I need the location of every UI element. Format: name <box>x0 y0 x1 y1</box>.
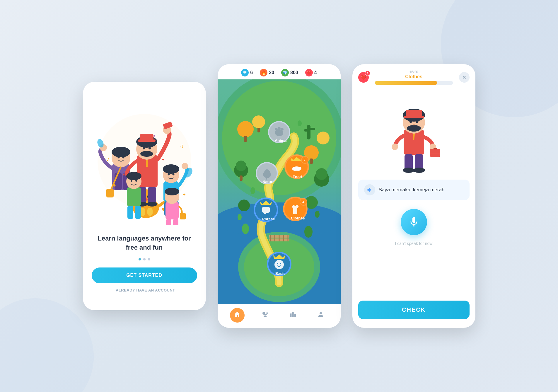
progress-bar-fill <box>375 81 437 85</box>
flame-value: 20 <box>269 70 274 75</box>
gear-icon <box>241 69 249 76</box>
svg-text:Phrase: Phrase <box>262 217 275 221</box>
get-started-button[interactable]: GET STARTED <box>92 267 197 283</box>
svg-point-152 <box>392 144 398 150</box>
heart-icon: ❤️ <box>305 69 313 76</box>
svg-point-139 <box>277 263 278 264</box>
svg-rect-33 <box>148 187 156 204</box>
leaderboard-icon <box>289 311 296 320</box>
svg-rect-9 <box>147 208 153 216</box>
login-link[interactable]: I ALREADY HAVE AN ACCOUNT <box>113 288 175 292</box>
dot-3 <box>148 258 150 260</box>
profile-icon <box>317 311 324 320</box>
svg-point-140 <box>280 263 281 264</box>
microphone-button[interactable] <box>401 209 427 235</box>
svg-point-151 <box>413 124 415 125</box>
svg-point-41 <box>182 163 188 169</box>
svg-rect-50 <box>135 206 141 219</box>
svg-text:Basic: Basic <box>275 271 286 276</box>
trophy-icon <box>262 311 269 320</box>
svg-rect-121 <box>293 167 301 170</box>
svg-point-91 <box>236 161 246 171</box>
svg-rect-82 <box>309 128 315 130</box>
svg-text:Animal: Animal <box>275 138 287 143</box>
svg-point-108 <box>281 128 284 131</box>
svg-point-106 <box>275 128 278 131</box>
stat-gear: 6 <box>241 69 253 76</box>
family-illustration: ♪ ♫ ♪ ✦ ✦ ♥ ♥ <box>95 96 194 225</box>
screen-map: 6 🔥 20 💎 800 ❤️ 4 <box>218 64 341 328</box>
svg-text:Clothes: Clothes <box>291 216 305 220</box>
svg-point-94 <box>316 168 327 180</box>
check-button[interactable]: CHECK <box>358 301 470 319</box>
exercise-sentence: Saya memakai kemeja merah <box>379 187 445 193</box>
illustration-area: ♪ ♫ ♪ ✦ ✦ ♥ ♥ <box>92 91 197 231</box>
bottom-nav <box>218 304 341 328</box>
svg-point-149 <box>416 120 418 123</box>
svg-point-148 <box>409 120 412 123</box>
svg-point-100 <box>238 214 242 220</box>
svg-point-101 <box>304 226 313 238</box>
gear-value: 6 <box>250 70 253 75</box>
screen-onboarding: ♪ ♫ ♪ ✦ ✦ ♥ ♥ Learn languages anywhere f… <box>83 82 206 310</box>
nav-trophy[interactable] <box>258 308 272 323</box>
flame-icon: 🔥 <box>260 69 267 76</box>
heart-count: 4 <box>365 71 370 76</box>
onboarding-headline: Learn languages anywhere for free and fu… <box>92 234 197 252</box>
gem-value: 800 <box>290 70 298 75</box>
svg-text:2: 2 <box>304 158 306 162</box>
speaker-button[interactable] <box>364 184 375 195</box>
page-dots <box>139 258 150 260</box>
svg-text:♪: ♪ <box>106 155 110 162</box>
svg-point-160 <box>413 168 425 173</box>
svg-text:♥: ♥ <box>122 172 124 176</box>
svg-text:♥: ♥ <box>162 158 164 162</box>
nav-profile[interactable] <box>313 308 328 323</box>
svg-point-102 <box>242 224 249 234</box>
exercise-character <box>385 92 443 174</box>
onboarding-bottom: Learn languages anywhere for free and fu… <box>92 234 197 292</box>
svg-text:Nature: Nature <box>262 180 274 184</box>
sentence-bubble: Saya memakai kemeja merah <box>358 180 470 200</box>
skip-text[interactable]: I can't speak for now <box>395 241 433 246</box>
svg-point-29 <box>140 151 153 157</box>
stat-gem: 💎 800 <box>281 69 298 76</box>
heart-value: 4 <box>314 70 317 75</box>
svg-rect-44 <box>127 187 141 206</box>
heart-badge: ❤️ 4 <box>358 72 369 83</box>
svg-rect-146 <box>406 110 422 117</box>
nav-leaderboard[interactable] <box>286 308 300 323</box>
svg-point-28 <box>149 147 151 149</box>
svg-rect-55 <box>173 219 178 225</box>
close-button[interactable]: ✕ <box>459 72 470 83</box>
svg-rect-54 <box>166 219 171 225</box>
svg-text:3: 3 <box>302 200 304 204</box>
svg-point-46 <box>126 172 141 180</box>
svg-rect-26 <box>138 139 156 142</box>
svg-rect-88 <box>310 158 313 164</box>
progress-section: 16/20 Clothes <box>375 70 453 85</box>
progress-bar <box>375 81 453 85</box>
svg-rect-51 <box>165 202 179 219</box>
svg-point-98 <box>298 120 302 126</box>
svg-text:Food: Food <box>293 175 302 179</box>
svg-point-97 <box>250 187 255 194</box>
svg-text:✦: ✦ <box>112 183 117 188</box>
progress-title-area: 16/20 Clothes <box>405 70 422 79</box>
svg-rect-81 <box>304 129 310 132</box>
svg-point-85 <box>252 115 265 128</box>
svg-rect-49 <box>127 206 133 219</box>
screen-exercise: ❤️ 4 16/20 Clothes ✕ <box>352 64 475 328</box>
svg-point-48 <box>135 180 137 182</box>
screens-container: ♪ ♫ ♪ ✦ ✦ ♥ ♥ Learn languages anywhere f… <box>83 64 475 328</box>
exercise-header: ❤️ 4 16/20 Clothes ✕ <box>352 64 475 89</box>
svg-point-89 <box>317 132 330 144</box>
svg-point-27 <box>143 147 145 149</box>
svg-point-107 <box>278 127 281 130</box>
home-icon <box>234 311 241 320</box>
svg-rect-80 <box>307 125 310 139</box>
svg-rect-86 <box>257 128 260 132</box>
nav-home[interactable] <box>230 308 245 323</box>
svg-rect-92 <box>240 175 243 181</box>
dot-2 <box>143 258 146 260</box>
